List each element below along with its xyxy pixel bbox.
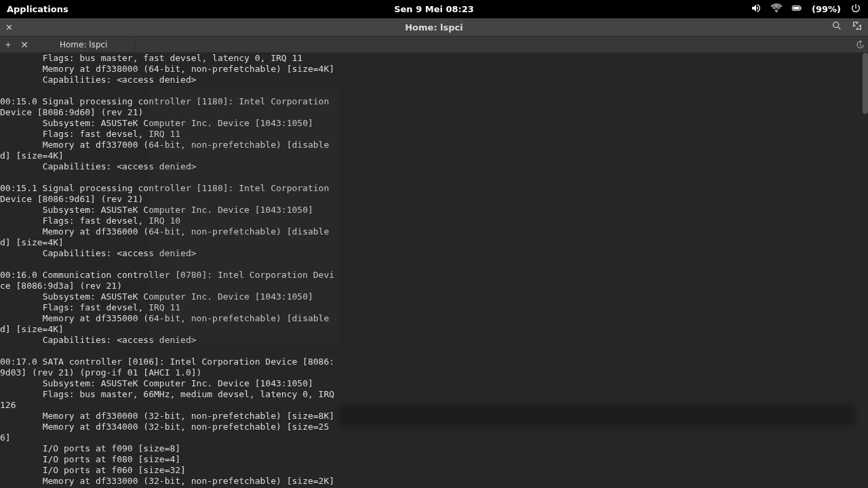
clock[interactable]: Sen 9 Mei 08:23 [394,4,474,14]
window-titlebar: ✕ Home: lspci [0,18,868,37]
window-title: Home: lspci [405,22,463,33]
terminal-view[interactable]: Flags: bus master, fast devsel, latency … [0,53,868,488]
new-tab-button[interactable]: ＋ [0,37,16,53]
top-menu-bar: Applications Sen 9 Mei 08:23 (99%) [0,0,868,18]
applications-menu[interactable]: Applications [7,4,68,14]
close-button[interactable]: ✕ [5,22,16,33]
close-tab-button[interactable]: ✕ [16,37,33,53]
volume-icon[interactable] [751,3,762,16]
svg-line-4 [838,27,840,29]
tab-bar: ＋ ✕ Home: lspci [0,37,868,53]
wifi-icon[interactable] [771,3,782,16]
svg-rect-1 [800,7,801,9]
battery-icon[interactable] [791,3,802,16]
scrollbar[interactable] [861,53,868,488]
history-icon[interactable] [852,40,868,49]
tab-home-lspci[interactable]: Home: lspci [33,37,135,53]
search-icon[interactable] [831,20,842,34]
svg-point-3 [833,22,839,28]
svg-rect-2 [793,7,800,9]
background-ghost [149,87,339,344]
scrollbar-thumb[interactable] [863,53,868,114]
background-ghost-bar [339,405,854,426]
battery-percent: (99%) [812,4,841,14]
power-icon[interactable] [850,3,861,16]
restore-icon[interactable] [852,20,863,34]
